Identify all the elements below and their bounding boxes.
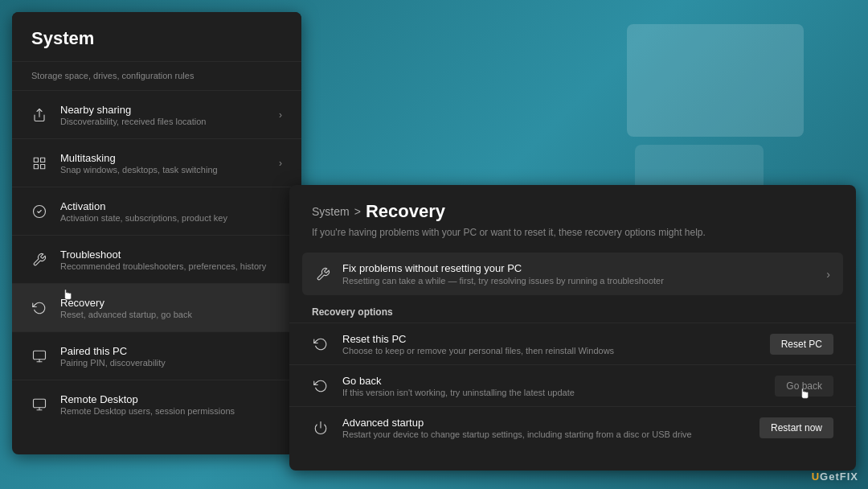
power-icon bbox=[312, 419, 330, 437]
breadcrumb-separator: > bbox=[354, 205, 361, 218]
svg-rect-9 bbox=[34, 399, 46, 408]
advanced-startup-title: Advanced startup bbox=[342, 417, 747, 429]
troubleshoot-card-desc: Resetting can take a while — first, try … bbox=[342, 276, 815, 286]
troubleshoot-card-title: Fix problems without resetting your PC bbox=[342, 262, 815, 274]
breadcrumb: System > Recovery bbox=[312, 201, 833, 222]
recovery-subtitle: If you're having problems with your PC o… bbox=[312, 227, 833, 238]
paired-text: Paired this PC Pairing PIN, discoverabil… bbox=[60, 345, 282, 368]
left-panel: System Storage space, drives, configurat… bbox=[12, 12, 301, 454]
nearby-sharing-text: Nearby sharing Discoverability, received… bbox=[60, 104, 266, 126]
watermark-u: U bbox=[812, 471, 820, 483]
multitasking-desc: Snap windows, desktops, task switching bbox=[60, 165, 266, 175]
svg-rect-4 bbox=[41, 164, 45, 168]
sidebar-item-nearby-sharing[interactable]: Nearby sharing Discoverability, received… bbox=[12, 90, 301, 138]
sidebar-item-activation[interactable]: Activation Activation state, subscriptio… bbox=[12, 187, 301, 235]
bg-decoration-1 bbox=[627, 24, 804, 137]
nearby-sharing-arrow: › bbox=[279, 109, 282, 121]
advanced-startup-desc: Restart your device to change startup se… bbox=[342, 429, 747, 439]
watermark: UGetFIX bbox=[812, 471, 858, 483]
activation-desc: Activation state, subscriptions, product… bbox=[60, 213, 282, 223]
breadcrumb-parent: System bbox=[312, 205, 350, 218]
troubleshoot-card-text: Fix problems without resetting your PC R… bbox=[342, 262, 815, 286]
troubleshoot-text: Troubleshoot Recommended troubleshooters… bbox=[60, 249, 282, 271]
activation-name: Activation bbox=[60, 200, 282, 212]
sidebar-item-troubleshoot[interactable]: Troubleshoot Recommended troubleshooters… bbox=[12, 235, 301, 283]
pc-icon bbox=[31, 348, 47, 364]
sidebar-item-multitasking[interactable]: Multitasking Snap windows, desktops, tas… bbox=[12, 138, 301, 187]
grid-icon bbox=[31, 155, 47, 171]
troubleshoot-card-arrow: › bbox=[826, 268, 830, 281]
share-icon bbox=[31, 107, 47, 123]
troubleshoot-card[interactable]: Fix problems without resetting your PC R… bbox=[302, 253, 843, 295]
check-circle-icon bbox=[31, 203, 47, 220]
recovery-name: Recovery bbox=[60, 297, 282, 309]
refresh-icon bbox=[312, 335, 330, 353]
svg-rect-6 bbox=[34, 351, 46, 360]
sidebar-item-recovery[interactable]: Recovery Reset, advanced startup, go bac… bbox=[12, 283, 301, 331]
multitasking-text: Multitasking Snap windows, desktops, tas… bbox=[60, 152, 266, 175]
multitasking-name: Multitasking bbox=[60, 152, 266, 164]
advanced-startup-text: Advanced startup Restart your device to … bbox=[342, 417, 747, 439]
sidebar-item-remote-desktop[interactable]: Remote Desktop Remote Desktop users, ses… bbox=[12, 380, 301, 428]
go-back-text: Go back If this version isn't working, t… bbox=[342, 375, 762, 397]
troubleshoot-card-icon bbox=[315, 266, 331, 282]
truncated-item: Storage space, drives, configuration rul… bbox=[12, 61, 301, 90]
activation-text: Activation Activation state, subscriptio… bbox=[60, 200, 282, 223]
right-panel-header: System > Recovery If you're having probl… bbox=[289, 185, 856, 253]
recovery-desc: Reset, advanced startup, go back bbox=[60, 310, 282, 319]
go-back-title: Go back bbox=[342, 375, 762, 387]
paired-name: Paired this PC bbox=[60, 345, 282, 357]
right-panel: System > Recovery If you're having probl… bbox=[289, 185, 856, 471]
nearby-sharing-desc: Discoverability, received files location bbox=[60, 117, 266, 126]
breadcrumb-current: Recovery bbox=[366, 201, 445, 222]
multitasking-arrow: › bbox=[279, 158, 282, 169]
left-panel-header: System bbox=[12, 12, 301, 61]
sidebar-item-paired[interactable]: Paired this PC Pairing PIN, discoverabil… bbox=[12, 331, 301, 380]
paired-desc: Pairing PIN, discoverability bbox=[60, 358, 282, 368]
recovery-options-header: Recovery options bbox=[289, 302, 856, 323]
remote-desktop-desc: Remote Desktop users, session permission… bbox=[60, 406, 282, 416]
watermark-get: G bbox=[820, 471, 829, 483]
go-back-desc: If this version isn't working, try unins… bbox=[342, 388, 762, 397]
recovery-option-reset: Reset this PC Choose to keep or remove y… bbox=[289, 323, 856, 364]
svg-rect-2 bbox=[41, 158, 45, 162]
reset-pc-text: Reset this PC Choose to keep or remove y… bbox=[342, 333, 757, 355]
remote-desktop-name: Remote Desktop bbox=[60, 393, 282, 405]
troubleshoot-name: Troubleshoot bbox=[60, 249, 282, 261]
troubleshoot-desc: Recommended troubleshooters, preferences… bbox=[60, 261, 282, 271]
go-back-button[interactable]: Go back bbox=[775, 376, 833, 397]
monitor-icon bbox=[31, 397, 47, 413]
recovery-text: Recovery Reset, advanced startup, go bac… bbox=[60, 297, 282, 319]
recovery-option-go-back: Go back If this version isn't working, t… bbox=[289, 364, 856, 406]
truncated-item-desc: Storage space, drives, configuration rul… bbox=[31, 71, 282, 80]
svg-rect-1 bbox=[34, 158, 38, 162]
recovery-icon bbox=[31, 300, 47, 316]
reset-pc-title: Reset this PC bbox=[342, 333, 757, 345]
system-title: System bbox=[31, 28, 94, 48]
wrench-icon bbox=[31, 252, 47, 268]
nearby-sharing-name: Nearby sharing bbox=[60, 104, 266, 116]
reset-pc-desc: Choose to keep or remove your personal f… bbox=[342, 346, 757, 355]
remote-desktop-text: Remote Desktop Remote Desktop users, ses… bbox=[60, 393, 282, 416]
history-icon bbox=[312, 377, 330, 395]
restart-now-button[interactable]: Restart now bbox=[760, 417, 833, 438]
svg-rect-3 bbox=[34, 164, 38, 168]
recovery-options-label: Recovery options bbox=[312, 306, 393, 318]
recovery-option-advanced-startup: Advanced startup Restart your device to … bbox=[289, 406, 856, 448]
reset-pc-button[interactable]: Reset PC bbox=[770, 334, 833, 355]
settings-list: Nearby sharing Discoverability, received… bbox=[12, 90, 301, 428]
watermark-fix: etFIX bbox=[829, 471, 858, 483]
